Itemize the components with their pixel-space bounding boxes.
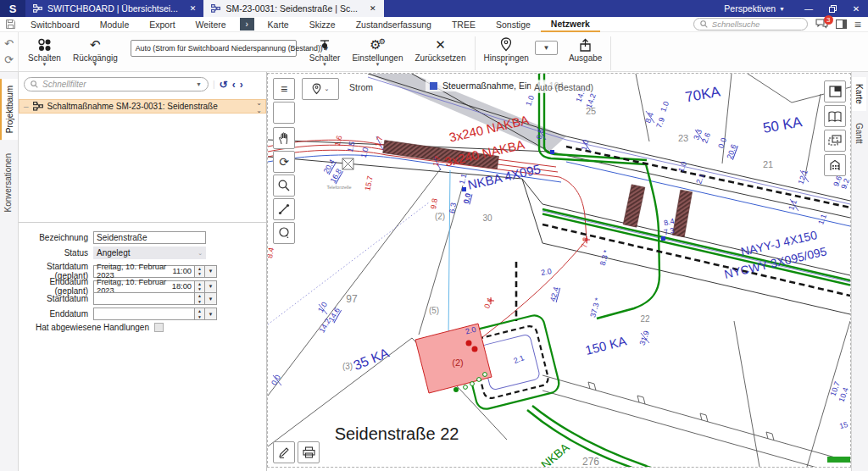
print-button[interactable] [298, 441, 320, 463]
map-viewport[interactable]: 3x240 NAKBA3x240 NAKBANKBA 4X095NAYY-J 4… [267, 73, 851, 468]
lasso-icon [278, 227, 291, 239]
time-stepper[interactable]: ▲▼ [195, 265, 205, 278]
pan-tool-button[interactable] [273, 127, 295, 149]
calendar-dropdown-button[interactable]: ▼ [205, 265, 217, 278]
quick-filter-input[interactable]: Schnellfilter ▼ [24, 77, 209, 91]
network-map-drawing: 3x240 NAKBA3x240 NAKBANKBA 4X095NAYY-J 4… [268, 74, 850, 467]
menu-item-switchboard[interactable]: Switchboard [20, 17, 90, 32]
search-icon [700, 20, 708, 28]
menu-item-karte[interactable]: Karte [258, 17, 299, 32]
profile-dropdown[interactable]: Auto (Strom für Switchboard Niederspannu… [131, 40, 297, 57]
measure-tool-button[interactable] [273, 198, 295, 220]
zoom-tool-button[interactable] [273, 175, 295, 197]
map-text: 50 KA [762, 114, 804, 136]
chevron-down-icon: ▼ [42, 63, 47, 67]
reset-filter-icon[interactable]: ↺ [220, 79, 228, 91]
map-text: 15 [838, 420, 849, 430]
bezeichnung-field[interactable] [93, 231, 206, 244]
map-locate-dropdown[interactable]: ⌄ [302, 78, 339, 100]
close-tab-icon[interactable]: ✕ [190, 4, 197, 13]
startdatum-field[interactable] [93, 292, 195, 305]
menu-item-zustandserfassung[interactable]: Zustandserfassung [346, 17, 442, 32]
perspectives-dropdown[interactable]: Perspektiven ▼ [712, 0, 797, 17]
menu-item-sonstige[interactable]: Sonstige [486, 17, 541, 32]
calendar-dropdown-button[interactable]: ▼ [205, 280, 217, 293]
quick-search-input[interactable]: Schnellsuche [693, 18, 808, 30]
menu-item-weitere[interactable]: Weitere [186, 17, 236, 32]
maximize-button[interactable] [821, 0, 844, 17]
blank-tool-button[interactable] [273, 102, 295, 124]
menu-item-tree[interactable]: TREE [442, 17, 486, 32]
map-text: 1.0 [316, 301, 329, 314]
map-text: 23 [678, 133, 688, 143]
map-menu-button[interactable]: ≡ [273, 78, 295, 100]
calendar-dropdown-button[interactable]: ▼ [205, 292, 217, 305]
building-search-button[interactable] [824, 154, 846, 176]
close-button[interactable]: ✕ [844, 0, 868, 17]
hinspringen-button[interactable]: Hinspringen ▼ [478, 35, 535, 69]
map-text: 0.0 [462, 192, 473, 205]
tree-item-schaltmassnahme[interactable]: – Schaltmaßnahme SM-23-0031: Seidenstraß… [19, 99, 266, 114]
time-stepper[interactable]: ▲▼ [195, 280, 205, 293]
rueckgaengig-button[interactable]: ↶ Rückgängig ▼ [67, 35, 124, 69]
mini-dropdown-button[interactable]: ▼ [535, 41, 558, 55]
map-text: 1.0 [580, 139, 591, 152]
map-text: 42.4 [548, 285, 560, 302]
enddatum-geplant-field[interactable]: Freitag, 10. Februar 2023 18:00 [93, 280, 195, 293]
sidebar-tab-projektbaum[interactable]: Projektbaum [0, 79, 18, 140]
save-icon[interactable] [0, 19, 20, 29]
status-select[interactable]: Angelegt ⌄ [93, 247, 206, 259]
menu-item-netzwerk[interactable]: Netzwerk [541, 17, 600, 32]
time-stepper[interactable]: ▲▼ [195, 308, 205, 320]
window-tab-switchboard[interactable]: SWITCHBOARD | Übersichtsei... ✕ [25, 0, 203, 17]
edit-tool-button[interactable] [273, 441, 295, 463]
map-text: 8.4 [268, 247, 275, 258]
expand-all-icon[interactable]: ⌄⌄ [256, 99, 261, 114]
right-tab-karte[interactable]: Karte [852, 77, 866, 111]
chevron-down-icon: ▼ [504, 63, 509, 67]
notifications-button[interactable]: 3 [815, 19, 828, 30]
close-tab-icon[interactable]: ✕ [370, 4, 376, 13]
select-tool-button[interactable] [273, 222, 295, 244]
sidebar-tab-konversationen[interactable]: Konversationen [0, 147, 16, 219]
window-tab-seidenstrasse[interactable]: SM-23-0031: Seidenstraße | Sc... ✕ [203, 0, 383, 17]
back-icon[interactable]: ‹ [232, 79, 236, 91]
ausgabe-label: Ausgabe [569, 53, 602, 63]
minimize-button[interactable]: — [797, 0, 821, 17]
legend-button[interactable] [824, 105, 846, 127]
forward-icon[interactable]: › [240, 79, 243, 91]
menu-overflow-button[interactable]: › [240, 18, 254, 30]
zuruecksetzen-label: Zurücksetzen [415, 53, 465, 63]
einstellungen-button[interactable]: ⚙⚙ Einstellungen ▼ [346, 35, 409, 69]
refresh-icon[interactable]: ⟳ [4, 53, 14, 66]
abgewiesene-handlungen-checkbox[interactable] [154, 323, 164, 332]
map-text: 1.1 [816, 213, 828, 225]
map-text: NKBA [538, 440, 572, 467]
menu-item-export[interactable]: Export [139, 17, 185, 32]
panel-toggle-icon[interactable] [836, 19, 847, 29]
layers-button[interactable] [824, 130, 846, 152]
map-text: 70KA [684, 84, 722, 106]
schalten-button[interactable]: Schalten ▼ [22, 35, 67, 69]
menu-item-skizze[interactable]: Skizze [299, 17, 346, 32]
undo-small-icon[interactable]: ↶ [4, 37, 14, 50]
ausgabe-button[interactable]: Ausgabe [563, 35, 608, 64]
zuruecksetzen-button[interactable]: ✕ Zurücksetzen [409, 35, 471, 64]
hamburger-menu-icon[interactable]: ≡ [854, 18, 861, 31]
toolbar-separator [475, 36, 476, 70]
map-text: 20.6 [725, 143, 737, 160]
tree-collapse-icon[interactable]: – [24, 102, 29, 111]
enddatum-field[interactable] [93, 308, 195, 320]
time-stepper[interactable]: ▲▼ [195, 292, 205, 305]
org-chart-icon [33, 4, 42, 13]
layers-icon [828, 135, 842, 147]
overview-map-button[interactable] [824, 80, 846, 103]
schalter-button[interactable]: Schalter ▼ [303, 35, 347, 69]
export-icon [579, 38, 592, 52]
calendar-dropdown-button[interactable]: ▼ [205, 308, 217, 320]
app-logo-icon: S [0, 0, 25, 17]
menu-item-module[interactable]: Module [90, 17, 139, 32]
startdatum-geplant-field[interactable]: Freitag, 10. Februar 2023 11:00 [93, 265, 195, 278]
right-tab-gantt[interactable]: Gantt [852, 116, 866, 150]
rotate-tool-button[interactable]: ⟳ [273, 151, 295, 173]
